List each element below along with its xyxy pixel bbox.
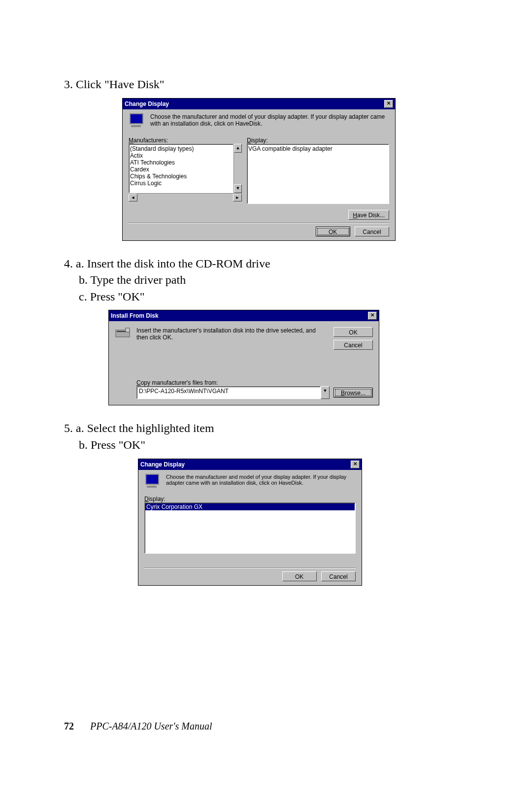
list-item[interactable]: (Standard display types) xyxy=(130,145,232,152)
step-4b-text: b. Type the driver path xyxy=(64,272,468,289)
change-display-dialog-2: Change Display ✕ Choose the manufacturer… xyxy=(138,459,362,586)
scroll-left-icon[interactable]: ◄ xyxy=(129,194,137,201)
page-number: 72 xyxy=(64,721,74,731)
install-from-disk-dialog: Install From Disk ✕ Insert the manufactu… xyxy=(108,310,379,405)
dialog-description: Choose the manufacturer and model of you… xyxy=(166,474,356,486)
titlebar[interactable]: Install From Disk ✕ xyxy=(109,310,379,321)
display-label: Display: xyxy=(144,496,356,502)
ok-button[interactable]: OK xyxy=(316,227,350,236)
svg-rect-2 xyxy=(126,328,130,332)
divider xyxy=(129,223,389,224)
step-5b-text: b. Press "OK" xyxy=(64,437,468,454)
page-footer: 72 PPC-A84/A120 User's Manual xyxy=(64,721,212,732)
display-listbox[interactable]: VGA compatible display adapter xyxy=(247,144,389,204)
path-input[interactable]: D:\PPC-A120-R5x\WinNT\VGANT xyxy=(136,386,321,399)
titlebar[interactable]: Change Display ✕ xyxy=(138,459,362,470)
copy-from-label: Copy manufacturer's files from: xyxy=(136,379,373,386)
titlebar[interactable]: Change Display ✕ xyxy=(123,99,395,109)
list-item-selected[interactable]: Cyrix Corporation GX xyxy=(145,503,355,510)
close-icon[interactable]: ✕ xyxy=(368,312,377,320)
dialog-description: Insert the manufacturer's installation d… xyxy=(136,327,328,341)
cancel-button[interactable]: Cancel xyxy=(355,227,389,236)
scrollbar-horizontal[interactable]: ◄ ► xyxy=(129,193,242,201)
close-icon[interactable]: ✕ xyxy=(384,100,393,108)
display-listbox[interactable]: Cyrix Corporation GX xyxy=(144,502,356,554)
scroll-down-icon[interactable]: ▼ xyxy=(234,184,242,193)
ok-button[interactable]: OK xyxy=(333,327,373,337)
dialog-title: Change Display xyxy=(125,100,169,107)
list-item[interactable]: Cirrus Logic xyxy=(130,180,232,187)
scroll-right-icon[interactable]: ► xyxy=(233,194,242,201)
dialog-title: Change Display xyxy=(140,461,185,468)
close-icon[interactable]: ✕ xyxy=(351,461,360,468)
manufacturers-label: Manufacturers: xyxy=(129,137,242,144)
step-4a-text: 4. a. Insert the disk into the CD-ROM dr… xyxy=(64,256,468,272)
display-label: Display: xyxy=(247,137,389,144)
manual-title: PPC-A84/A120 User's Manual xyxy=(76,721,212,731)
divider xyxy=(144,567,356,568)
manufacturers-listbox[interactable]: (Standard display types) Actix ATI Techn… xyxy=(129,144,233,193)
monitor-icon xyxy=(129,113,144,127)
step-3-text: 3. Click "Have Disk" xyxy=(64,76,468,93)
monitor-icon xyxy=(144,474,160,488)
scrollbar-vertical[interactable]: ▲ ▼ xyxy=(233,144,242,193)
list-item[interactable]: Chips & Technologies xyxy=(130,173,232,180)
ok-button[interactable]: OK xyxy=(282,571,317,581)
change-display-dialog-1: Change Display ✕ Choose the manufacturer… xyxy=(122,98,396,241)
scroll-up-icon[interactable]: ▲ xyxy=(234,144,242,153)
list-item[interactable]: Cardex xyxy=(130,166,232,173)
cancel-button[interactable]: Cancel xyxy=(333,340,373,350)
step-5a-text: 5. a. Select the highlighted item xyxy=(64,420,468,437)
dropdown-icon[interactable]: ▼ xyxy=(321,386,330,399)
dialog-description: Choose the manufacturer and model of you… xyxy=(150,113,389,127)
have-disk-button[interactable]: Have Disk... xyxy=(348,210,389,220)
browse-button[interactable]: Browse... xyxy=(333,388,373,398)
cancel-button[interactable]: Cancel xyxy=(321,571,356,581)
disk-drive-icon xyxy=(115,327,131,339)
step-4c-text: c. Press "OK" xyxy=(64,289,468,305)
dialog-title: Install From Disk xyxy=(111,312,159,319)
list-item[interactable]: Actix xyxy=(130,152,232,159)
list-item[interactable]: VGA compatible display adapter xyxy=(248,145,388,152)
list-item[interactable]: ATI Technologies xyxy=(130,159,232,166)
